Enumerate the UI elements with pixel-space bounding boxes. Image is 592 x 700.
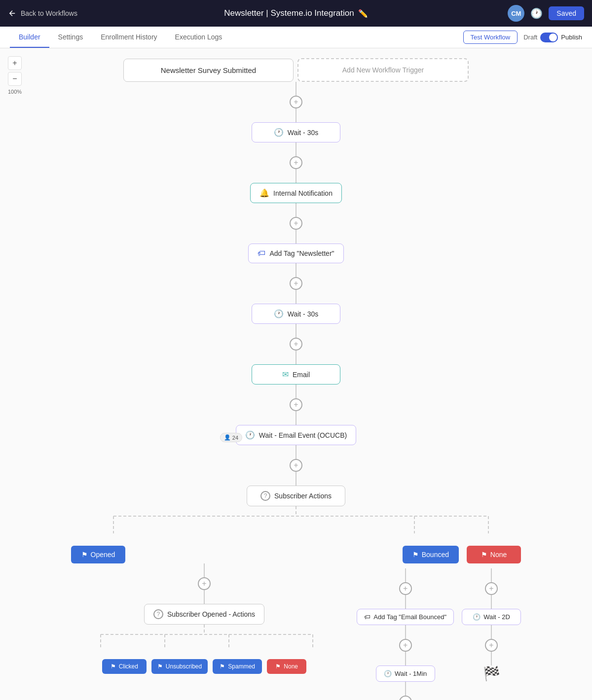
add-step-7[interactable]: +: [290, 459, 302, 472]
opened-alert-icon: ⚑: [81, 551, 88, 559]
publish-label: Publish: [561, 34, 582, 41]
wait-1min-node[interactable]: 🕐 Wait - 1Min: [376, 665, 435, 682]
trigger-node[interactable]: Newsletter Survey Submitted: [123, 59, 294, 82]
clicked-label: Clicked: [119, 663, 138, 670]
none-label-2: None: [284, 663, 298, 670]
tabbar: Builder Settings Enrollment History Exec…: [0, 27, 592, 48]
connector-1: +: [290, 82, 302, 122]
connector-5: +: [290, 324, 302, 364]
wait-label-1: Wait - 30s: [288, 129, 319, 137]
add-tag-bounced-label: Add Tag "Email Bounced": [373, 613, 446, 621]
add-trigger-button[interactable]: Add New Workflow Trigger: [297, 58, 469, 82]
unsubscribed-label: Unsubscribed: [166, 663, 202, 670]
subscriber-opened-actions-node[interactable]: ? Subscriber Opened - Actions: [144, 604, 264, 625]
subscriber-actions-node[interactable]: ? Subscriber Actions: [247, 486, 345, 506]
wait-email-event-label: Wait - Email Event (OCUCB): [259, 431, 347, 439]
wait-label-2: Wait - 30s: [288, 310, 319, 318]
test-workflow-button[interactable]: Test Workflow: [463, 31, 518, 44]
branch-lines-svg: [59, 506, 533, 546]
zoom-out-button[interactable]: −: [8, 72, 22, 86]
connector-6: +: [290, 385, 302, 425]
page-title: Newsletter | Systeme.io Integration: [224, 8, 354, 18]
navbar: Back to Workflows Newsletter | Systeme.i…: [0, 0, 592, 27]
spammed-label: Spammed: [228, 663, 255, 670]
connector-7: +: [290, 445, 302, 486]
tabs: Builder Settings Enrollment History Exec…: [10, 27, 231, 47]
opened-sub-actions-row: ⚑ Clicked ⚑ Unsubscribed ⚑ Spammed ⚑: [102, 659, 306, 674]
bounced-label: Bounced: [422, 551, 449, 559]
wait-node-1[interactable]: 🕐 Wait - 30s: [252, 122, 340, 142]
wait-email-event-node[interactable]: 🕐 Wait - Email Event (OCUCB): [236, 425, 356, 445]
internal-notification-node[interactable]: 🔔 Internal Notification: [250, 183, 342, 203]
add-step-bounced-3[interactable]: +: [399, 696, 412, 700]
none-button-2[interactable]: ⚑ None: [267, 659, 306, 674]
canvas: + − 100% Newsletter Survey Submitted Add…: [0, 48, 592, 700]
add-tag-bounced-node[interactable]: 🏷 Add Tag "Email Bounced": [357, 609, 454, 625]
add-tag-newsletter-node[interactable]: 🏷 Add Tag "Newsletter": [248, 244, 343, 263]
opened-button[interactable]: ⚑ Opened: [71, 546, 125, 563]
bounced-branch: ⚑ Bounced: [403, 546, 459, 563]
opened-branch: ⚑ Opened: [71, 546, 125, 563]
zoom-in-button[interactable]: +: [8, 56, 22, 70]
add-step-2[interactable]: +: [290, 156, 302, 169]
question-icon-1: ?: [260, 491, 270, 501]
avatar: CM: [508, 5, 524, 22]
email-node[interactable]: ✉ Email: [252, 364, 340, 385]
clock-icon-3: 🕐: [245, 430, 255, 440]
clock-icon-1: 🕐: [274, 128, 284, 137]
add-step-bounced-2[interactable]: +: [399, 639, 412, 652]
connector-4: +: [290, 263, 302, 304]
draft-publish-toggle: Draft Publish: [523, 33, 582, 42]
tab-settings[interactable]: Settings: [49, 27, 92, 48]
spammed-button[interactable]: ⚑ Spammed: [213, 659, 262, 674]
none-alert-icon-2: ⚑: [275, 663, 281, 670]
add-step-opened[interactable]: +: [198, 577, 211, 590]
subscriber-opened-actions-label: Subscriber Opened - Actions: [167, 610, 255, 618]
internal-notification-label: Internal Notification: [273, 189, 333, 197]
add-step-6[interactable]: +: [290, 398, 302, 411]
history-icon[interactable]: 🕐: [530, 7, 543, 19]
add-step-1[interactable]: +: [290, 96, 302, 108]
unsubscribed-button[interactable]: ⚑ Unsubscribed: [151, 659, 208, 674]
tab-builder[interactable]: Builder: [10, 27, 49, 48]
add-step-5[interactable]: +: [290, 338, 302, 350]
email-label: Email: [293, 371, 310, 379]
navbar-center: Newsletter | Systeme.io Integration ✏️: [224, 8, 368, 18]
back-button[interactable]: Back to Workflows: [8, 9, 77, 18]
tabbar-right: Test Workflow Draft Publish: [463, 31, 582, 44]
add-step-none[interactable]: +: [485, 582, 498, 595]
clicked-button[interactable]: ⚑ Clicked: [102, 659, 147, 674]
workflow-area: Newsletter Survey Submitted Add New Work…: [0, 48, 592, 700]
clicked-alert-icon: ⚑: [111, 663, 116, 670]
add-step-bounced[interactable]: +: [399, 582, 412, 595]
none-alert-icon-1: ⚑: [481, 551, 487, 559]
tag-icon-2: 🏷: [364, 613, 370, 621]
trigger-row: Newsletter Survey Submitted Add New Work…: [123, 58, 469, 82]
wait-2d-label: Wait - 2D: [483, 613, 510, 621]
none-branch: ⚑ None: [467, 546, 521, 563]
publish-toggle[interactable]: [540, 33, 558, 42]
bell-icon: 🔔: [259, 188, 269, 198]
none-sub-col: + 🕐 Wait - 2D + 🏁: [462, 568, 521, 682]
wait-node-2[interactable]: 🕐 Wait - 30s: [252, 304, 340, 324]
subscriber-count-badge: 👤 24: [220, 433, 242, 442]
add-step-4[interactable]: +: [290, 277, 302, 290]
tag-icon-1: 🏷: [258, 249, 265, 258]
saved-button[interactable]: Saved: [549, 6, 584, 20]
none-button-1[interactable]: ⚑ None: [467, 546, 521, 563]
tab-execution-logs[interactable]: Execution Logs: [166, 27, 231, 48]
wait-1min-label: Wait - 1Min: [395, 670, 427, 677]
edit-icon[interactable]: ✏️: [358, 9, 368, 18]
bounced-button[interactable]: ⚑ Bounced: [403, 546, 459, 563]
tab-enrollment-history[interactable]: Enrollment History: [92, 27, 166, 48]
add-tag-newsletter-label: Add Tag "Newsletter": [269, 249, 334, 257]
back-label: Back to Workflows: [21, 9, 77, 17]
bounced-alert-icon: ⚑: [412, 551, 419, 559]
wait-2d-node[interactable]: 🕐 Wait - 2D: [462, 609, 521, 625]
connector-2: +: [290, 142, 302, 183]
opened-label: Opened: [91, 551, 115, 559]
add-step-none-2[interactable]: +: [485, 639, 498, 652]
opened-sub-branch-svg: [71, 625, 337, 659]
subscriber-count: 24: [232, 435, 238, 441]
add-step-3[interactable]: +: [290, 217, 302, 230]
